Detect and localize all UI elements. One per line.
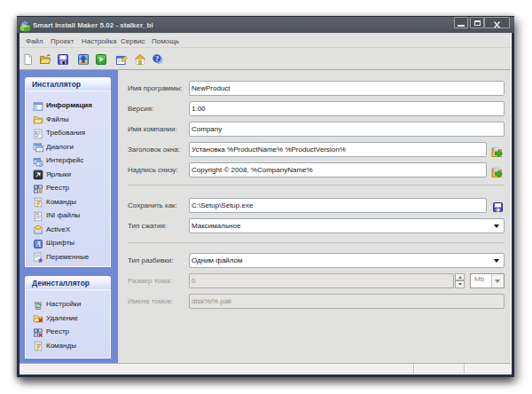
svg-text:?: ? <box>154 54 158 63</box>
svg-text:A: A <box>35 240 42 248</box>
